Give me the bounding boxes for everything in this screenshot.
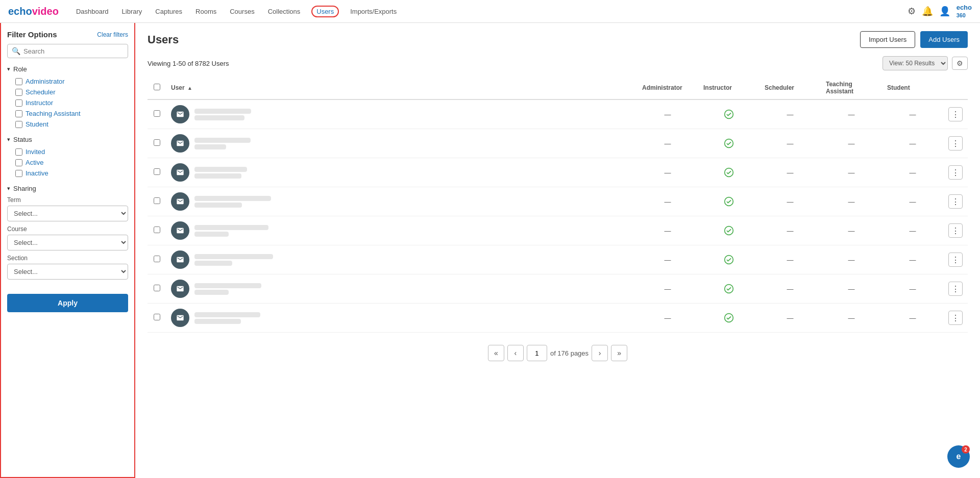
student-cell: —	[882, 99, 943, 129]
table-row: ————⋮	[148, 99, 968, 129]
more-actions-button[interactable]: ⋮	[948, 311, 963, 325]
row-checkbox[interactable]	[154, 139, 160, 146]
scheduler-cell: —	[760, 99, 821, 129]
status-active[interactable]: Active	[7, 157, 128, 168]
section-select[interactable]: Select...	[7, 264, 128, 280]
dash-icon: —	[887, 169, 938, 177]
nav-rooms[interactable]: Rooms	[193, 7, 218, 16]
page-number-input[interactable]	[527, 345, 547, 361]
instructor-checkbox[interactable]	[15, 99, 22, 107]
dash-icon: —	[765, 227, 816, 235]
select-all-checkbox[interactable]	[154, 84, 160, 90]
role-scheduler[interactable]: Scheduler	[7, 87, 128, 97]
table-row: ————⋮	[148, 129, 968, 158]
course-label: Course	[7, 225, 128, 233]
active-checkbox[interactable]	[15, 159, 22, 166]
more-actions-button[interactable]: ⋮	[948, 194, 963, 209]
more-actions-button[interactable]: ⋮	[948, 165, 963, 180]
teaching-assistant-cell: —	[821, 245, 882, 274]
status-inactive[interactable]: Inactive	[7, 168, 128, 179]
nav-users[interactable]: Users	[311, 6, 339, 17]
next-page-button[interactable]: ›	[592, 345, 608, 361]
chat-bubble[interactable]: e 2	[947, 445, 970, 468]
administrator-checkbox[interactable]	[15, 78, 22, 85]
apply-button[interactable]: Apply	[7, 294, 128, 312]
nav-collections[interactable]: Collections	[266, 7, 303, 16]
term-select[interactable]: Select...	[7, 206, 128, 221]
user-cell	[166, 274, 637, 304]
dash-icon: —	[826, 256, 877, 264]
status-section-header[interactable]: ▾ Status	[7, 136, 128, 143]
more-actions-button[interactable]: ⋮	[948, 223, 963, 238]
user-name-line	[194, 225, 268, 230]
column-filter-button[interactable]: ⚙	[952, 57, 968, 70]
first-page-button[interactable]: «	[488, 345, 504, 361]
check-circle-icon	[703, 255, 754, 265]
user-icon[interactable]: 👤	[939, 6, 950, 17]
administrator-cell: —	[637, 304, 698, 333]
status-invited[interactable]: Invited	[7, 146, 128, 157]
check-circle-icon	[703, 109, 754, 119]
user-email-line	[194, 144, 226, 149]
row-checkbox[interactable]	[154, 314, 160, 320]
clear-filters-link[interactable]: Clear filters	[97, 31, 128, 38]
role-instructor[interactable]: Instructor	[7, 97, 128, 108]
sharing-section-header[interactable]: ▾ Sharing	[7, 185, 128, 192]
more-actions-button[interactable]: ⋮	[948, 282, 963, 296]
user-column-header[interactable]: User ▲	[166, 77, 637, 99]
header-buttons: Import Users Add Users	[860, 31, 968, 48]
instructor-cell	[698, 187, 760, 216]
more-actions-button[interactable]: ⋮	[948, 253, 963, 267]
row-checkbox[interactable]	[154, 197, 160, 204]
search-box[interactable]: 🔍	[7, 44, 128, 58]
role-teaching-assistant[interactable]: Teaching Assistant	[7, 108, 128, 119]
search-input[interactable]	[23, 47, 124, 55]
role-administrator[interactable]: Administrator	[7, 76, 128, 87]
section-label: Section	[7, 255, 128, 262]
row-checkbox[interactable]	[154, 227, 160, 233]
student-checkbox[interactable]	[15, 121, 22, 128]
user-name-blurred	[194, 312, 260, 324]
invited-checkbox[interactable]	[15, 148, 22, 156]
main-content: Users Import Users Add Users Viewing 1-5…	[135, 23, 980, 478]
bell-icon[interactable]: 🔔	[922, 6, 933, 17]
dash-icon: —	[765, 111, 816, 118]
teaching-assistant-checkbox[interactable]	[15, 110, 22, 117]
add-users-button[interactable]: Add Users	[920, 31, 968, 48]
user-name-blurred	[194, 196, 271, 208]
nav-dashboard[interactable]: Dashboard	[74, 7, 111, 16]
user-cell	[166, 158, 637, 187]
student-cell: —	[882, 158, 943, 187]
nav-courses[interactable]: Courses	[228, 7, 256, 16]
last-page-button[interactable]: »	[611, 345, 627, 361]
sharing-chevron-icon: ▾	[7, 185, 10, 192]
user-avatar	[171, 309, 189, 327]
settings-icon[interactable]: ⚙	[908, 6, 916, 17]
nav-captures[interactable]: Captures	[153, 7, 184, 16]
course-select[interactable]: Select...	[7, 235, 128, 250]
prev-page-button[interactable]: ‹	[507, 345, 524, 361]
inactive-checkbox[interactable]	[15, 170, 22, 177]
nav-library[interactable]: Library	[120, 7, 144, 16]
more-actions-button[interactable]: ⋮	[948, 136, 963, 150]
dash-icon: —	[642, 227, 693, 235]
row-checkbox[interactable]	[154, 110, 160, 117]
import-users-button[interactable]: Import Users	[860, 31, 915, 48]
view-results-select[interactable]: View: 50 Results	[883, 56, 948, 70]
row-checkbox[interactable]	[154, 285, 160, 291]
status-chevron-icon: ▾	[7, 136, 10, 143]
nav-imports-exports[interactable]: Imports/Exports	[348, 7, 399, 16]
row-checkbox-cell	[148, 158, 166, 187]
role-student[interactable]: Student	[7, 119, 128, 130]
row-checkbox[interactable]	[154, 256, 160, 262]
dash-icon: —	[826, 314, 877, 322]
row-checkbox[interactable]	[154, 168, 160, 175]
instructor-column-header: Instructor	[698, 77, 760, 99]
scheduler-label: Scheduler	[26, 88, 56, 96]
scheduler-checkbox[interactable]	[15, 89, 22, 96]
more-actions-button[interactable]: ⋮	[948, 107, 963, 121]
scheduler-cell: —	[760, 187, 821, 216]
more-actions-cell: ⋮	[943, 99, 968, 129]
role-section-header[interactable]: ▾ Role	[7, 65, 128, 73]
dash-icon: —	[765, 285, 816, 293]
